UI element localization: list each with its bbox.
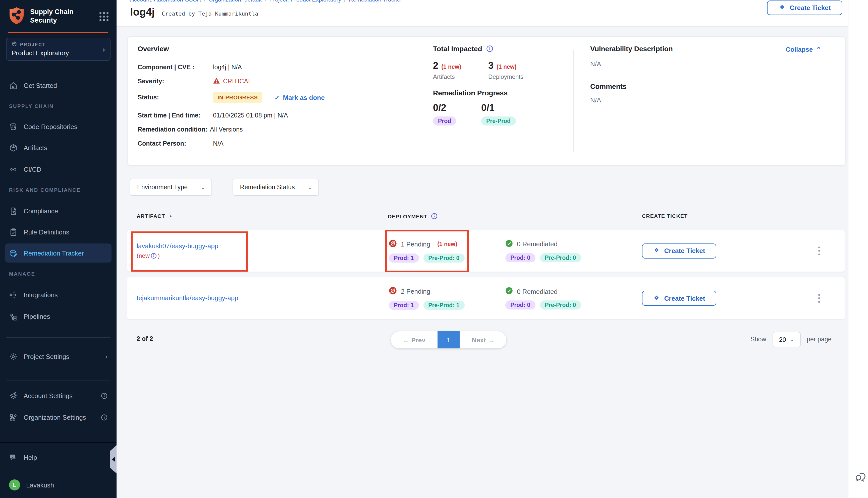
arrow-right-icon: → xyxy=(488,336,494,344)
sidebar-item-artifacts[interactable]: Artifacts xyxy=(5,138,112,157)
sidebar-item-remediation-tracker[interactable]: Remediation Tracker xyxy=(5,244,112,263)
collapse-link[interactable]: Collapse ⌃ xyxy=(786,46,821,53)
sidebar-item-get-started[interactable]: Get Started xyxy=(5,76,112,95)
artifact-link[interactable]: lavakush07/easy-buggy-app xyxy=(137,242,218,249)
sidebar-item-cicd[interactable]: CI/CD xyxy=(5,160,112,179)
cube-icon xyxy=(12,41,17,48)
sidebar-item-pipelines[interactable]: Pipelines xyxy=(5,307,112,326)
main-content: Account: Automation-SSCA/Organization: d… xyxy=(117,0,868,498)
table-row: tejakummarikuntla/easy-buggy-app 2 Pendi… xyxy=(127,277,845,319)
shield-logo-icon xyxy=(8,6,25,27)
row-kebab-menu[interactable] xyxy=(816,292,822,305)
column-header-create-ticket: CREATE TICKET xyxy=(642,213,688,219)
clipboard-check-icon xyxy=(9,228,17,236)
ticket-diamond-icon xyxy=(653,247,660,255)
brand: Supply ChainSecurity xyxy=(8,5,111,28)
mark-as-done-link[interactable]: ✓ Mark as done xyxy=(274,94,325,101)
deployments-stat-label: Deployments xyxy=(488,73,544,80)
remediation-status-filter[interactable]: Remediation Status ⌄ xyxy=(233,179,319,196)
check-circle-icon xyxy=(505,239,513,249)
sidebar-item-compliance[interactable]: Compliance xyxy=(5,201,112,220)
time-label: Start time | End time: xyxy=(138,112,213,119)
sidebar-item-account-settings[interactable]: Account Settings xyxy=(5,386,112,405)
arrow-left-icon: ← xyxy=(403,336,410,344)
breadcrumb-separator: / xyxy=(265,0,266,2)
preprod-count-badge: Pre-Prod: 1 xyxy=(423,301,464,310)
support-chat-icon[interactable] xyxy=(854,470,868,483)
remediation-progress-heading: Remediation Progress xyxy=(433,89,571,97)
contact-value: N/A xyxy=(213,140,223,147)
create-ticket-button[interactable]: Create Ticket xyxy=(642,291,716,306)
project-selector[interactable]: PROJECT Product Exploratory › xyxy=(6,38,111,61)
sidebar-item-integrations[interactable]: Integrations xyxy=(5,285,112,304)
layers-gear-icon xyxy=(9,391,17,400)
chevron-down-icon: ⌄ xyxy=(790,336,794,343)
artifact-cell: lavakush07/easy-buggy-app (new ) xyxy=(137,241,373,260)
breadcrumb-separator: / xyxy=(204,0,205,2)
check-circle-icon xyxy=(505,287,513,296)
breadcrumb-account[interactable]: Account: Automation-SSCA xyxy=(130,0,201,2)
prod-badge: Prod xyxy=(433,117,456,126)
preprod-count-badge: Pre-Prod: 0 xyxy=(423,253,464,262)
prev-page-button[interactable]: ← Prev xyxy=(391,336,438,344)
page-title: log4j xyxy=(130,6,155,18)
sidebar-divider xyxy=(6,381,111,381)
sidebar-item-code-repositories[interactable]: Code Repositories xyxy=(5,117,112,136)
avatar: L xyxy=(9,480,20,490)
app-grid-icon[interactable] xyxy=(100,12,108,21)
sort-asc-icon[interactable]: ▲ xyxy=(169,214,173,218)
overview-heading: Overview xyxy=(138,45,391,53)
environment-type-filter[interactable]: Environment Type ⌄ xyxy=(130,179,212,196)
info-icon[interactable] xyxy=(431,213,438,219)
sidebar-item-rule-definitions[interactable]: Rule Definitions xyxy=(5,222,112,241)
overview-section: Overview Component | CVE : log4j | N/A S… xyxy=(138,45,391,148)
overview-card: Overview Component | CVE : log4j | N/A S… xyxy=(127,36,846,166)
next-page-button[interactable]: Next → xyxy=(459,336,506,344)
page-header: Account: Automation-SSCA/Organization: d… xyxy=(117,0,868,27)
sidebar-item-help[interactable]: ? Help xyxy=(5,448,112,467)
sidebar: Supply ChainSecurity PROJECT Product Exp… xyxy=(0,0,117,498)
section-label-manage: MANAGE xyxy=(9,271,36,277)
info-icon[interactable] xyxy=(101,414,107,420)
breadcrumb-organization[interactable]: Organization: default xyxy=(208,0,262,2)
impact-section: Total Impacted 2(1 new) Artifacts 3(1 ne… xyxy=(433,45,571,126)
prod-count-badge: Prod: 1 xyxy=(389,253,419,262)
vulnerability-description-value: N/A xyxy=(590,60,776,68)
artifact-link[interactable]: tejakummarikuntla/easy-buggy-app xyxy=(137,294,238,302)
current-page-button[interactable]: 1 xyxy=(438,331,459,349)
remediated-cell: 0 Remediated Prod: 0 Pre-Prod: 0 xyxy=(505,287,623,310)
svg-text:?: ? xyxy=(12,455,14,458)
preprod-progress: 0/1 Pre-Prod xyxy=(481,102,529,126)
help-chat-icon: ? xyxy=(9,453,17,462)
user-menu[interactable]: L Lavakush xyxy=(5,475,112,495)
breadcrumb-current[interactable]: Remediation Tracker xyxy=(349,0,402,2)
integrations-icon xyxy=(9,290,17,299)
column-header-artifact[interactable]: ARTIFACT ▲ xyxy=(137,213,173,219)
sidebar-item-organization-settings[interactable]: Organization Settings xyxy=(5,408,112,427)
scrollbar-track[interactable] xyxy=(848,0,868,498)
create-ticket-button[interactable]: Create Ticket xyxy=(642,243,716,258)
artifact-new-flag: (new ) xyxy=(137,251,373,261)
breadcrumb-project[interactable]: Project: Product Exploratory xyxy=(269,0,341,2)
section-label-risk-compliance: RISK AND COMPLIANCE xyxy=(9,187,81,193)
create-ticket-button[interactable]: Create Ticket xyxy=(767,0,842,15)
chevron-down-icon: ⌄ xyxy=(201,184,205,191)
deployment-cell: 2 Pending Prod: 1 Pre-Prod: 1 xyxy=(389,287,507,310)
vulnerability-description-heading: Vulnerability Description xyxy=(590,45,776,53)
comments-value: N/A xyxy=(590,96,776,104)
info-icon[interactable] xyxy=(101,392,107,399)
contact-label: Contact Person: xyxy=(138,140,213,147)
show-label: Show xyxy=(750,336,766,343)
per-page-label: per page xyxy=(807,336,832,343)
info-icon[interactable] xyxy=(151,253,157,259)
sidebar-item-project-settings[interactable]: Project Settings › xyxy=(5,347,112,366)
info-icon[interactable] xyxy=(486,45,493,52)
prod-count-badge: Prod: 0 xyxy=(505,253,535,262)
row-kebab-menu[interactable] xyxy=(816,245,822,257)
artifact-cell: tejakummarikuntla/easy-buggy-app xyxy=(137,293,373,303)
total-impacted-heading: Total Impacted xyxy=(433,45,482,53)
description-section: Vulnerability Description N/A Comments N… xyxy=(590,45,776,104)
severity-value: CRITICAL xyxy=(213,77,252,85)
deployments-new-delta: (1 new) xyxy=(496,64,516,70)
page-size-select[interactable]: 20 ⌄ xyxy=(773,332,801,348)
